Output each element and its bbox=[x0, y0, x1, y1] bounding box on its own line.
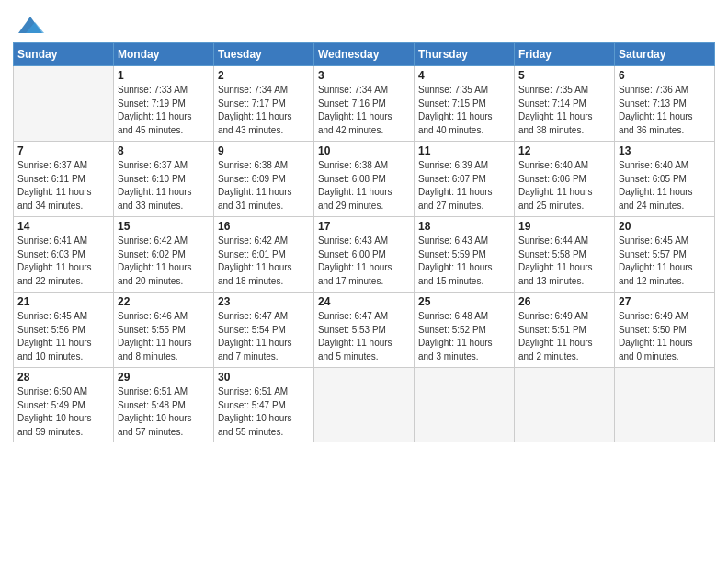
calendar-cell: 8Sunrise: 6:37 AMSunset: 6:10 PMDaylight… bbox=[114, 142, 214, 217]
day-number: 10 bbox=[318, 144, 410, 157]
day-info: Sunrise: 7:35 AMSunset: 7:14 PMDaylight:… bbox=[518, 84, 610, 137]
day-info: Sunrise: 6:49 AMSunset: 5:50 PMDaylight:… bbox=[619, 310, 711, 363]
day-number: 8 bbox=[118, 144, 210, 157]
calendar-cell: 14Sunrise: 6:41 AMSunset: 6:03 PMDayligh… bbox=[14, 217, 114, 293]
calendar-cell: 10Sunrise: 6:38 AMSunset: 6:08 PMDayligh… bbox=[314, 142, 415, 217]
week-row: 14Sunrise: 6:41 AMSunset: 6:03 PMDayligh… bbox=[14, 217, 715, 293]
day-info: Sunrise: 6:44 AMSunset: 5:58 PMDaylight:… bbox=[518, 235, 610, 288]
day-info: Sunrise: 6:40 AMSunset: 6:06 PMDaylight:… bbox=[518, 159, 610, 213]
calendar-cell: 21Sunrise: 6:45 AMSunset: 5:56 PMDayligh… bbox=[14, 293, 114, 368]
calendar-cell: 24Sunrise: 6:47 AMSunset: 5:53 PMDayligh… bbox=[314, 293, 415, 368]
day-number: 9 bbox=[218, 144, 310, 157]
day-info: Sunrise: 6:51 AMSunset: 5:47 PMDaylight:… bbox=[218, 385, 310, 439]
calendar-cell: 23Sunrise: 6:47 AMSunset: 5:54 PMDayligh… bbox=[214, 293, 314, 368]
header bbox=[13, 9, 715, 35]
weekday-header: Wednesday bbox=[314, 43, 415, 66]
calendar-cell: 1Sunrise: 7:33 AMSunset: 7:19 PMDaylight… bbox=[114, 66, 214, 142]
calendar-cell: 13Sunrise: 6:40 AMSunset: 6:05 PMDayligh… bbox=[615, 142, 715, 217]
day-number: 26 bbox=[518, 295, 610, 308]
day-number: 5 bbox=[518, 69, 610, 82]
day-info: Sunrise: 7:33 AMSunset: 7:19 PMDaylight:… bbox=[118, 84, 210, 137]
week-row: 28Sunrise: 6:50 AMSunset: 5:49 PMDayligh… bbox=[14, 368, 715, 442]
day-info: Sunrise: 6:45 AMSunset: 5:56 PMDaylight:… bbox=[17, 310, 109, 363]
calendar-cell: 25Sunrise: 6:48 AMSunset: 5:52 PMDayligh… bbox=[415, 293, 515, 368]
day-info: Sunrise: 6:38 AMSunset: 6:08 PMDaylight:… bbox=[318, 159, 410, 213]
weekday-header: Tuesday bbox=[214, 43, 314, 66]
calendar-cell: 20Sunrise: 6:45 AMSunset: 5:57 PMDayligh… bbox=[615, 217, 715, 293]
day-number: 2 bbox=[218, 69, 310, 82]
day-number: 16 bbox=[218, 220, 310, 233]
week-row: 7Sunrise: 6:37 AMSunset: 6:11 PMDaylight… bbox=[14, 142, 715, 217]
day-number: 20 bbox=[619, 220, 711, 233]
day-number: 6 bbox=[619, 69, 711, 82]
calendar-cell: 7Sunrise: 6:37 AMSunset: 6:11 PMDaylight… bbox=[14, 142, 114, 217]
day-info: Sunrise: 6:37 AMSunset: 6:11 PMDaylight:… bbox=[17, 159, 109, 213]
calendar-cell: 16Sunrise: 6:42 AMSunset: 6:01 PMDayligh… bbox=[214, 217, 314, 293]
day-info: Sunrise: 6:50 AMSunset: 5:49 PMDaylight:… bbox=[17, 385, 109, 439]
calendar-cell: 17Sunrise: 6:43 AMSunset: 6:00 PMDayligh… bbox=[314, 217, 415, 293]
calendar-cell bbox=[515, 368, 615, 442]
day-info: Sunrise: 6:51 AMSunset: 5:48 PMDaylight:… bbox=[118, 385, 210, 439]
day-info: Sunrise: 6:38 AMSunset: 6:09 PMDaylight:… bbox=[218, 159, 310, 213]
day-number: 3 bbox=[318, 69, 410, 82]
calendar-cell: 2Sunrise: 7:34 AMSunset: 7:17 PMDaylight… bbox=[214, 66, 314, 142]
calendar-cell: 15Sunrise: 6:42 AMSunset: 6:02 PMDayligh… bbox=[114, 217, 214, 293]
calendar-cell bbox=[415, 368, 515, 442]
day-info: Sunrise: 6:46 AMSunset: 5:55 PMDaylight:… bbox=[118, 310, 210, 363]
calendar-cell: 27Sunrise: 6:49 AMSunset: 5:50 PMDayligh… bbox=[615, 293, 715, 368]
day-info: Sunrise: 6:40 AMSunset: 6:05 PMDaylight:… bbox=[619, 159, 711, 213]
logo-icon bbox=[17, 13, 44, 35]
day-number: 21 bbox=[17, 295, 109, 308]
day-info: Sunrise: 6:43 AMSunset: 6:00 PMDaylight:… bbox=[318, 235, 410, 288]
week-row: 21Sunrise: 6:45 AMSunset: 5:56 PMDayligh… bbox=[14, 293, 715, 368]
day-number: 19 bbox=[518, 220, 610, 233]
week-row: 1Sunrise: 7:33 AMSunset: 7:19 PMDaylight… bbox=[14, 66, 715, 142]
day-info: Sunrise: 6:47 AMSunset: 5:53 PMDaylight:… bbox=[318, 310, 410, 363]
day-number: 17 bbox=[318, 220, 410, 233]
day-info: Sunrise: 6:42 AMSunset: 6:02 PMDaylight:… bbox=[118, 235, 210, 288]
day-number: 14 bbox=[17, 220, 109, 233]
day-info: Sunrise: 6:41 AMSunset: 6:03 PMDaylight:… bbox=[17, 235, 109, 288]
calendar-cell: 12Sunrise: 6:40 AMSunset: 6:06 PMDayligh… bbox=[515, 142, 615, 217]
calendar-cell: 26Sunrise: 6:49 AMSunset: 5:51 PMDayligh… bbox=[515, 293, 615, 368]
day-info: Sunrise: 6:42 AMSunset: 6:01 PMDaylight:… bbox=[218, 235, 310, 288]
calendar-cell: 9Sunrise: 6:38 AMSunset: 6:09 PMDaylight… bbox=[214, 142, 314, 217]
day-info: Sunrise: 7:34 AMSunset: 7:16 PMDaylight:… bbox=[318, 84, 410, 137]
calendar-cell: 29Sunrise: 6:51 AMSunset: 5:48 PMDayligh… bbox=[114, 368, 214, 442]
day-number: 27 bbox=[619, 295, 711, 308]
day-number: 25 bbox=[418, 295, 510, 308]
day-number: 4 bbox=[418, 69, 510, 82]
day-info: Sunrise: 6:37 AMSunset: 6:10 PMDaylight:… bbox=[118, 159, 210, 213]
day-number: 28 bbox=[17, 371, 109, 384]
logo bbox=[13, 13, 44, 35]
day-info: Sunrise: 6:48 AMSunset: 5:52 PMDaylight:… bbox=[418, 310, 510, 363]
calendar-cell bbox=[14, 66, 114, 142]
day-number: 24 bbox=[318, 295, 410, 308]
day-info: Sunrise: 7:34 AMSunset: 7:17 PMDaylight:… bbox=[218, 84, 310, 137]
day-info: Sunrise: 7:36 AMSunset: 7:13 PMDaylight:… bbox=[619, 84, 711, 137]
weekday-header: Sunday bbox=[14, 43, 114, 66]
day-number: 29 bbox=[118, 371, 210, 384]
calendar: SundayMondayTuesdayWednesdayThursdayFrid… bbox=[13, 42, 715, 442]
weekday-header: Saturday bbox=[615, 43, 715, 66]
day-number: 30 bbox=[218, 371, 310, 384]
calendar-header-row: SundayMondayTuesdayWednesdayThursdayFrid… bbox=[14, 43, 715, 66]
day-number: 15 bbox=[118, 220, 210, 233]
day-number: 18 bbox=[418, 220, 510, 233]
calendar-cell: 18Sunrise: 6:43 AMSunset: 5:59 PMDayligh… bbox=[415, 217, 515, 293]
page: SundayMondayTuesdayWednesdayThursdayFrid… bbox=[0, 0, 728, 563]
day-number: 11 bbox=[418, 144, 510, 157]
calendar-cell: 22Sunrise: 6:46 AMSunset: 5:55 PMDayligh… bbox=[114, 293, 214, 368]
day-info: Sunrise: 6:47 AMSunset: 5:54 PMDaylight:… bbox=[218, 310, 310, 363]
weekday-header: Thursday bbox=[415, 43, 515, 66]
weekday-header: Monday bbox=[114, 43, 214, 66]
calendar-cell: 30Sunrise: 6:51 AMSunset: 5:47 PMDayligh… bbox=[214, 368, 314, 442]
weekday-header: Friday bbox=[515, 43, 615, 66]
calendar-cell bbox=[314, 368, 415, 442]
day-number: 7 bbox=[17, 144, 109, 157]
calendar-cell: 11Sunrise: 6:39 AMSunset: 6:07 PMDayligh… bbox=[415, 142, 515, 217]
calendar-cell: 19Sunrise: 6:44 AMSunset: 5:58 PMDayligh… bbox=[515, 217, 615, 293]
day-info: Sunrise: 6:49 AMSunset: 5:51 PMDaylight:… bbox=[518, 310, 610, 363]
day-number: 22 bbox=[118, 295, 210, 308]
day-number: 1 bbox=[118, 69, 210, 82]
